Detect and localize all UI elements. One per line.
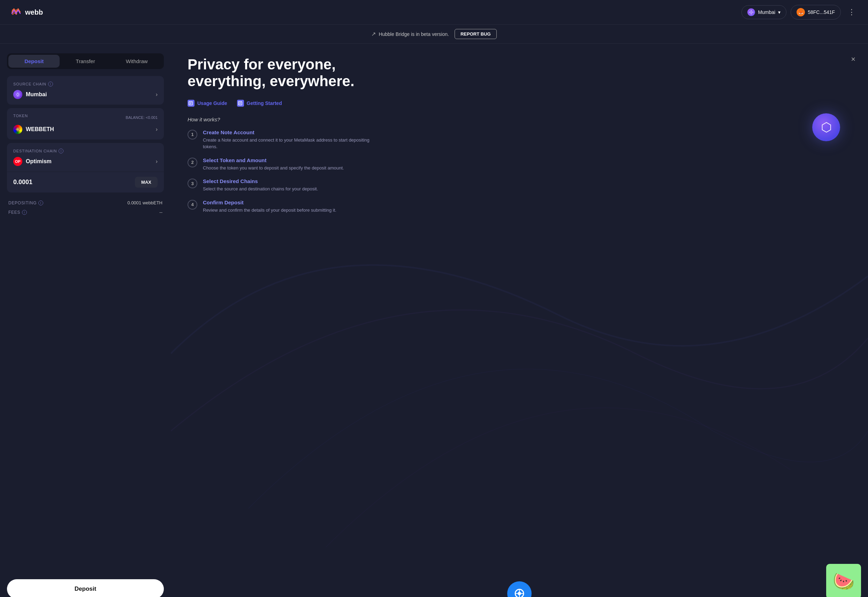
tab-transfer[interactable]: Transfer [59, 55, 111, 68]
depositing-value: 0.0001 webbETH [127, 200, 163, 205]
fees-value: -- [159, 209, 163, 215]
source-chain-chevron-icon: › [156, 91, 158, 98]
close-icon: × [851, 55, 855, 64]
beta-message: Hubble Bridge is in beta version. [379, 31, 449, 37]
svg-point-11 [18, 96, 18, 97]
step-4-number: 4 [188, 200, 197, 209]
steps-list: 1 Create Note Account Create a Note acco… [188, 129, 851, 214]
hero-title: Privacy for everyone, everything, everyw… [188, 56, 383, 90]
usage-guide-link[interactable]: Usage Guide [188, 100, 227, 107]
dest-chain-value-row: OP Optimism › [13, 157, 158, 166]
wallet-address: 58FC...541F [808, 9, 835, 15]
getting-started-label: Getting Started [247, 100, 282, 106]
step-3-number: 3 [188, 178, 197, 188]
network-avatar [747, 8, 755, 16]
token-header: TOKEN BALANCE: <0.001 [13, 114, 158, 121]
pixel-character: 🍉 [826, 564, 861, 597]
source-chain-value-row: Mumbai › [13, 90, 158, 99]
tab-deposit[interactable]: Deposit [8, 55, 59, 68]
mumbai-icon [13, 90, 22, 99]
svg-point-13 [17, 128, 19, 131]
token-value: WEBBETH [13, 125, 54, 134]
token-card[interactable]: TOKEN BALANCE: <0.001 WEBBETH › [7, 108, 164, 140]
network-label: Mumbai [758, 9, 775, 15]
wallet-avatar: 🦊 [797, 8, 805, 16]
left-panel: Deposit Transfer Withdraw SOURCE CHAIN i [0, 44, 171, 597]
destination-section: DESTINATION CHAIN i OP Optimism › MAX [7, 143, 164, 193]
step-3: 3 Select Desired Chains Select the sourc… [188, 178, 851, 193]
logo: ✕ webb [10, 6, 43, 18]
main-content: Deposit Transfer Withdraw SOURCE CHAIN i [0, 44, 868, 597]
chart-icon: ↗ [371, 31, 376, 37]
depositing-row: DEPOSITING i 0.0001 webbETH [8, 198, 163, 208]
step-3-content: Select Desired Chains Select the source … [203, 178, 318, 193]
token-value-row: WEBBETH › [13, 125, 158, 134]
step-2-content: Select Token and Amount Choose the token… [203, 157, 344, 172]
header-right: Mumbai ▾ 🦊 58FC...541F ⋮ [741, 5, 858, 19]
optimism-icon: OP [13, 157, 22, 166]
ethereum-symbol: ⬡ [821, 120, 832, 135]
svg-point-6 [749, 12, 750, 13]
header: ✕ webb Mumbai ▾ 🦊 58FC...541F [0, 0, 868, 25]
dest-chain-label: DESTINATION CHAIN i [13, 149, 158, 153]
source-chain-value: Mumbai [13, 90, 47, 99]
webb-logo-icon: ✕ [10, 6, 22, 18]
source-chain-info-icon[interactable]: i [48, 82, 53, 86]
dest-chain-chevron-icon: › [156, 158, 158, 165]
fees-label: FEES i [8, 210, 27, 215]
tabs: Deposit Transfer Withdraw [7, 53, 164, 69]
usage-guide-label: Usage Guide [197, 100, 227, 106]
step-4-title: Confirm Deposit [203, 199, 336, 205]
source-chain-label: SOURCE CHAIN i [13, 82, 158, 86]
fees-row: FEES i -- [8, 208, 163, 217]
step-2-number: 2 [188, 157, 197, 167]
guide-links: Usage Guide Getting Started [188, 100, 851, 107]
tab-withdraw[interactable]: Withdraw [111, 55, 163, 68]
token-chevron-icon: › [156, 126, 158, 132]
step-1-number: 1 [188, 130, 197, 140]
svg-point-3 [750, 11, 752, 13]
depositing-info-icon[interactable]: i [39, 200, 43, 205]
step-1-content: Create Note Account Create a Note accoun… [203, 129, 370, 150]
report-bug-button[interactable]: REPORT BUG [455, 29, 497, 39]
depositing-label: DEPOSITING i [8, 200, 43, 205]
how-it-works-label: How it works? [188, 116, 851, 122]
step-3-desc: Select the source and destination chains… [203, 186, 318, 193]
getting-started-link[interactable]: Getting Started [237, 100, 282, 107]
balance-label: BALANCE: <0.001 [126, 116, 158, 120]
destination-chain-row[interactable]: DESTINATION CHAIN i OP Optimism › [7, 143, 164, 172]
dest-chain-info-icon[interactable]: i [59, 149, 64, 153]
right-panel: × Privacy for everyone, everything, ever… [171, 44, 868, 597]
step-4-content: Confirm Deposit Review and confirm the d… [203, 199, 336, 214]
step-4-desc: Review and confirm the details of your d… [203, 207, 336, 214]
svg-point-7 [752, 12, 754, 13]
svg-point-10 [18, 92, 18, 93]
step-2-desc: Choose the token you want to deposit and… [203, 165, 344, 172]
webbeth-icon [13, 125, 22, 134]
step-3-title: Select Desired Chains [203, 178, 318, 184]
step-1: 1 Create Note Account Create a Note acco… [188, 129, 851, 150]
fees-info-icon[interactable]: i [22, 210, 27, 215]
deposit-button[interactable]: Deposit [7, 579, 164, 597]
svg-point-4 [751, 10, 752, 11]
wallet-button[interactable]: 🦊 58FC...541F [791, 5, 841, 19]
step-4: 4 Confirm Deposit Review and confirm the… [188, 199, 851, 214]
beta-banner: ↗ Hubble Bridge is in beta version. REPO… [0, 25, 868, 44]
network-chevron-icon: ▾ [778, 9, 781, 15]
usage-guide-icon [188, 100, 194, 107]
step-1-desc: Create a Note account and connect it to … [203, 137, 370, 150]
more-options-button[interactable]: ⋮ [845, 6, 858, 18]
ethereum-orb: ⬡ [812, 113, 840, 141]
amount-input[interactable] [13, 178, 83, 186]
app-logo-text: webb [25, 8, 43, 16]
source-chain-card[interactable]: SOURCE CHAIN i Mumbai › [7, 76, 164, 105]
beta-text: ↗ Hubble Bridge is in beta version. [371, 31, 449, 37]
network-button[interactable]: Mumbai ▾ [741, 5, 787, 19]
svg-point-5 [751, 13, 752, 15]
amount-row: MAX [7, 172, 164, 193]
max-button[interactable]: MAX [135, 177, 158, 188]
step-2-title: Select Token and Amount [203, 157, 344, 163]
token-label: TOKEN [13, 114, 28, 118]
close-button[interactable]: × [851, 55, 855, 64]
chain-logo-blue [507, 581, 532, 597]
